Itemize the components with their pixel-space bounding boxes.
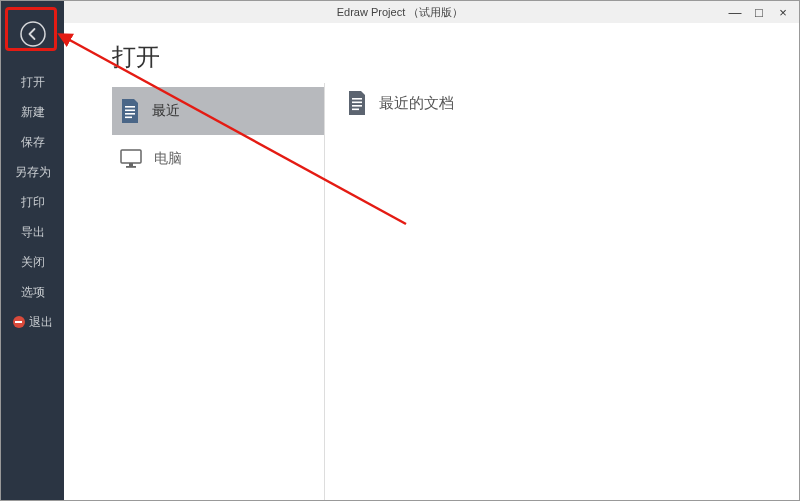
page-title: 打开 [64, 23, 799, 87]
content-row: 最近 电脑 最近的文档 [64, 87, 799, 500]
sidebar-item-save[interactable]: 保存 [1, 127, 64, 157]
svg-rect-3 [125, 113, 135, 115]
right-header-label: 最近的文档 [379, 94, 454, 113]
sidebar-item-label: 打开 [21, 74, 45, 91]
sidebar-item-saveas[interactable]: 另存为 [1, 157, 64, 187]
arrow-left-circle-icon [20, 21, 46, 47]
svg-rect-1 [125, 106, 135, 108]
sidebar-item-label: 打印 [21, 194, 45, 211]
document-icon [120, 99, 140, 123]
svg-rect-9 [352, 102, 362, 104]
svg-rect-11 [352, 109, 359, 111]
sidebar-item-options[interactable]: 选项 [1, 277, 64, 307]
svg-rect-6 [129, 163, 133, 166]
source-item-recent[interactable]: 最近 [112, 87, 324, 135]
source-panel: 最近 电脑 [64, 87, 324, 500]
main-area: 打开 最近 电脑 [64, 23, 799, 500]
sidebar-item-open[interactable]: 打开 [1, 67, 64, 97]
sidebar-item-export[interactable]: 导出 [1, 217, 64, 247]
back-button[interactable] [18, 19, 48, 49]
sidebar-item-print[interactable]: 打印 [1, 187, 64, 217]
window-title: Edraw Project （试用版） [337, 5, 464, 20]
sidebar-item-label: 导出 [21, 224, 45, 241]
exit-icon [13, 316, 25, 328]
document-icon [347, 91, 367, 115]
sidebar-item-label: 关闭 [21, 254, 45, 271]
svg-rect-5 [121, 150, 141, 163]
source-item-label: 电脑 [154, 150, 182, 168]
sidebar-item-label: 保存 [21, 134, 45, 151]
sidebar-item-label: 选项 [21, 284, 45, 301]
sidebar-item-label: 退出 [29, 314, 53, 331]
maximize-button[interactable]: □ [747, 1, 771, 23]
svg-rect-4 [125, 117, 132, 119]
close-button[interactable]: × [771, 1, 795, 23]
window-controls: — □ × [723, 1, 795, 23]
minimize-button[interactable]: — [723, 1, 747, 23]
svg-point-0 [21, 22, 45, 46]
sidebar-item-label: 新建 [21, 104, 45, 121]
sidebar-item-new[interactable]: 新建 [1, 97, 64, 127]
right-panel: 最近的文档 [325, 87, 799, 500]
titlebar: Edraw Project （试用版） — □ × [1, 1, 799, 23]
svg-rect-2 [125, 110, 135, 112]
svg-rect-7 [126, 166, 136, 168]
sidebar-item-label: 另存为 [15, 164, 51, 181]
source-item-label: 最近 [152, 102, 180, 120]
source-item-computer[interactable]: 电脑 [112, 135, 324, 183]
right-header: 最近的文档 [347, 91, 799, 115]
svg-rect-10 [352, 105, 362, 107]
svg-rect-8 [352, 98, 362, 100]
monitor-icon [120, 149, 142, 169]
sidebar: 打开 新建 保存 另存为 打印 导出 关闭 选项 退出 [1, 1, 64, 500]
sidebar-item-close[interactable]: 关闭 [1, 247, 64, 277]
sidebar-item-exit[interactable]: 退出 [1, 307, 64, 337]
